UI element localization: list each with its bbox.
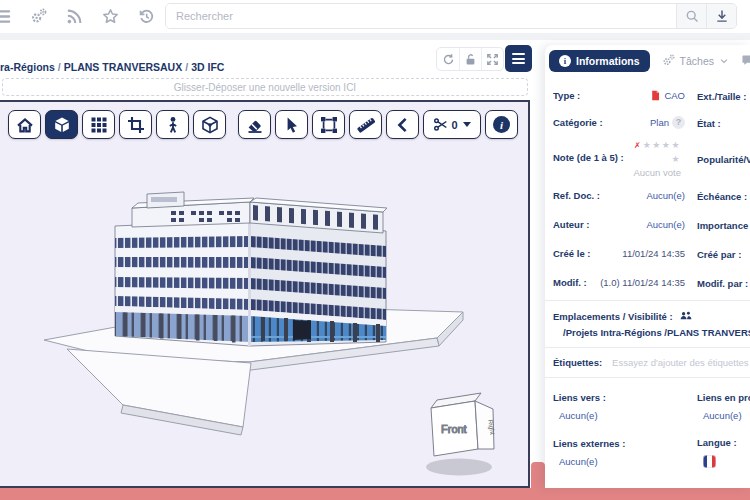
liens-ext-value-link[interactable]: Aucun(e) [559,456,685,467]
panel-tabs: i Informations Tâches Commentai [545,45,750,74]
field-row-modif: Modif. : (1.0) 11/01/24 14:35 Modif. par… [553,273,750,291]
field-row-categorie: Catégorie : Plan ? État : [553,113,750,131]
search-input[interactable] [166,4,676,28]
svg-text:Front: Front [441,423,467,435]
categorie-value-link[interactable]: Plan [650,117,669,128]
clear-rating-icon[interactable]: ✗ [634,141,641,150]
breadcrumb: ra-RégionsPLANS TRANVERSAUX3D IFC [0,61,224,73]
info-panel: i Informations Tâches Commentai Type : C [545,45,750,488]
rating-widget[interactable]: ✗★★★★ ★ Aucun vote [624,137,685,178]
type-label: Type : [553,90,580,101]
file-icon [650,89,661,102]
field-row-auteur: Auteur : Aucun(e) Importance : [553,215,750,233]
breadcrumb-project[interactable]: ra-Régions [0,61,55,73]
field-row-type: Type : CAO Ext./Taille : [553,86,750,104]
divider [545,300,750,301]
star-icon[interactable] [102,8,119,25]
creepar-label: Créé par : [697,249,741,260]
download-button[interactable] [706,4,736,28]
angle-button[interactable] [386,110,419,139]
wireframe-button[interactable] [193,110,226,139]
rss-icon[interactable] [66,8,83,25]
viewer-3d: Front Right 0 [0,100,530,488]
eraser-button[interactable] [238,110,271,139]
modif-value: (1.0) 11/01/24 14:35 [600,277,685,288]
unlock-button[interactable] [459,48,481,70]
viewer-controls [436,47,504,71]
etiquettes-input-placeholder[interactable]: Essayez d'ajouter des étiquettes depuis [612,357,750,368]
emplacements-path[interactable]: /Projets Intra-Régions /PLANS TRANVERSAU… [559,326,750,338]
liens-prov-value-link[interactable]: Aucun(e) [703,410,750,421]
importance-label: Importance : [697,220,750,231]
tab-taches[interactable]: Tâches [662,54,729,67]
clip-plane-dropdown[interactable]: 0 [423,110,481,139]
nav-cube: Front Right [426,393,497,476]
topbar-divider [0,33,750,40]
comment-icon [741,54,750,67]
refresh-button[interactable] [437,48,459,70]
liens-ext-label: Liens externes : [553,438,625,449]
search-button[interactable] [676,4,706,28]
tab-label: Informations [576,55,640,67]
stream-icon[interactable] [0,8,11,25]
gears-icon[interactable] [30,8,47,25]
search-bar [165,3,737,29]
cursor-icon [283,116,301,134]
breadcrumb-document[interactable]: 3D IFC [182,61,224,73]
auteur-value-link[interactable]: Aucun(e) [646,219,685,230]
field-row-note: Note (de 1 à 5) : ✗★★★★ ★ Aucun vote Pop… [553,137,750,178]
model-info-button[interactable]: i [485,110,518,139]
measure-button[interactable] [349,110,382,139]
note-value: Aucun vote [624,167,681,178]
menu-button[interactable] [505,45,532,72]
tab-informations[interactable]: i Informations [549,50,650,72]
cube-3d-icon [53,116,71,134]
crop-icon [127,116,145,134]
top-bar [0,0,750,32]
chevron-down-icon [719,56,729,66]
unlock-icon [464,53,477,66]
etat-label: État : [697,118,721,129]
vector-square-icon [320,116,338,134]
chevron-left-icon [394,116,412,134]
expand-button[interactable] [481,48,503,70]
field-row-refdoc: Ref. Doc. : Aucun(e) Échéance : [553,186,750,204]
info-icon: i [493,116,510,133]
select-button[interactable] [275,110,308,139]
langue-label: Langue : [697,437,737,448]
liens-vers-label: Liens vers : [553,392,606,403]
tab-commentaires[interactable]: Commentai [741,54,750,67]
search-icon [685,9,699,23]
type-value: CAO [664,90,685,101]
cube-wireframe-icon [201,116,219,134]
expand-icon [486,53,499,66]
top-bar-icons [0,8,155,25]
breadcrumb-folder[interactable]: PLANS TRANVERSAUX [55,61,182,73]
version-dropzone[interactable]: Glisser-Déposer une nouvelle version ICI [2,78,528,96]
section-box-button[interactable] [312,110,345,139]
creele-value: 11/01/24 14:35 [622,248,685,259]
history-icon[interactable] [138,8,155,25]
popularite-label: Popularité/Vue [697,154,750,165]
star-icons-row1[interactable]: ★★★★ [643,140,681,150]
ext-taille-label: Ext./Taille : [697,91,746,102]
emplacements-path-text[interactable]: /Projets Intra-Régions /PLANS TRANVERSAU… [563,327,750,338]
scissors-icon [433,117,448,132]
panel-body: Type : CAO Ext./Taille : Catégorie : Pla… [545,74,750,468]
walk-mode-button[interactable] [156,110,189,139]
gears-icon [662,54,675,67]
cube-3d-button[interactable] [45,110,78,139]
building-model-canvas[interactable]: Front Right [0,102,528,486]
download-icon [715,9,729,23]
liens-vers-value-link[interactable]: Aucun(e) [559,410,685,421]
crop-button[interactable] [119,110,152,139]
auteur-label: Auteur : [553,219,589,230]
star-icons-row2[interactable]: ★ [671,154,681,164]
viewer-toolbar: 0 i [8,110,518,139]
field-row-etiquettes: Étiquettes: Essayez d'ajouter des étique… [553,357,750,368]
grid-view-button[interactable] [82,110,115,139]
help-icon[interactable]: ? [672,116,685,129]
refdoc-value-link[interactable]: Aucun(e) [646,190,685,201]
home-icon [16,116,34,134]
home-view-button[interactable] [8,110,41,139]
